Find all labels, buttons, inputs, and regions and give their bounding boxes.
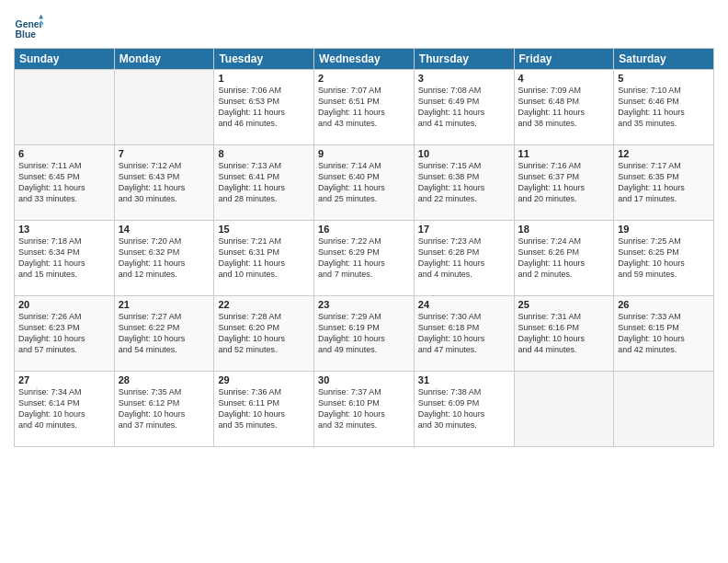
day-number: 17: [418, 224, 510, 235]
day-number: 11: [518, 148, 610, 159]
day-number: 6: [18, 148, 110, 159]
calendar-day-header: Friday: [514, 49, 614, 70]
calendar-cell: 7Sunrise: 7:12 AM Sunset: 6:43 PM Daylig…: [114, 145, 214, 221]
calendar-cell: 15Sunrise: 7:21 AM Sunset: 6:31 PM Dayli…: [214, 221, 314, 296]
cell-daylight-info: Sunrise: 7:35 AM Sunset: 6:12 PM Dayligh…: [119, 386, 210, 431]
cell-daylight-info: Sunrise: 7:20 AM Sunset: 6:32 PM Dayligh…: [119, 236, 210, 281]
cell-daylight-info: Sunrise: 7:37 AM Sunset: 6:10 PM Dayligh…: [318, 386, 410, 431]
calendar-table: SundayMondayTuesdayWednesdayThursdayFrid…: [14, 48, 714, 447]
logo-icon: General Blue: [14, 13, 43, 42]
calendar-week-row: 1Sunrise: 7:06 AM Sunset: 6:53 PM Daylig…: [15, 70, 714, 145]
calendar-cell: 11Sunrise: 7:16 AM Sunset: 6:37 PM Dayli…: [514, 145, 614, 221]
calendar-cell: 29Sunrise: 7:36 AM Sunset: 6:11 PM Dayli…: [214, 372, 314, 447]
calendar-cell: 30Sunrise: 7:37 AM Sunset: 6:10 PM Dayli…: [314, 372, 415, 447]
day-number: 12: [618, 148, 710, 159]
day-number: 13: [18, 224, 110, 235]
calendar-cell: 31Sunrise: 7:38 AM Sunset: 6:09 PM Dayli…: [414, 372, 514, 447]
calendar-cell: 4Sunrise: 7:09 AM Sunset: 6:48 PM Daylig…: [514, 70, 614, 145]
cell-daylight-info: Sunrise: 7:11 AM Sunset: 6:45 PM Dayligh…: [18, 160, 110, 205]
cell-daylight-info: Sunrise: 7:25 AM Sunset: 6:25 PM Dayligh…: [618, 236, 710, 281]
calendar-cell: 17Sunrise: 7:23 AM Sunset: 6:28 PM Dayli…: [414, 221, 514, 296]
calendar-cell: 16Sunrise: 7:22 AM Sunset: 6:29 PM Dayli…: [314, 221, 415, 296]
cell-daylight-info: Sunrise: 7:36 AM Sunset: 6:11 PM Dayligh…: [218, 386, 310, 431]
calendar-cell: 25Sunrise: 7:31 AM Sunset: 6:16 PM Dayli…: [514, 296, 614, 372]
calendar-cell: 21Sunrise: 7:27 AM Sunset: 6:22 PM Dayli…: [114, 296, 214, 372]
calendar-week-row: 20Sunrise: 7:26 AM Sunset: 6:23 PM Dayli…: [15, 296, 714, 372]
calendar-cell: 24Sunrise: 7:30 AM Sunset: 6:18 PM Dayli…: [414, 296, 514, 372]
calendar-day-header: Thursday: [414, 49, 514, 70]
day-number: 5: [618, 73, 710, 84]
day-number: 14: [119, 224, 210, 235]
calendar-cell: [114, 70, 214, 145]
calendar-cell: 23Sunrise: 7:29 AM Sunset: 6:19 PM Dayli…: [314, 296, 415, 372]
cell-daylight-info: Sunrise: 7:14 AM Sunset: 6:40 PM Dayligh…: [318, 160, 410, 205]
day-number: 31: [418, 374, 510, 385]
day-number: 26: [618, 299, 710, 310]
calendar-day-header: Sunday: [15, 49, 115, 70]
cell-daylight-info: Sunrise: 7:21 AM Sunset: 6:31 PM Dayligh…: [218, 236, 310, 281]
day-number: 24: [418, 299, 510, 310]
day-number: 15: [218, 224, 310, 235]
day-number: 2: [318, 73, 410, 84]
cell-daylight-info: Sunrise: 7:07 AM Sunset: 6:51 PM Dayligh…: [318, 85, 410, 130]
cell-daylight-info: Sunrise: 7:24 AM Sunset: 6:26 PM Dayligh…: [518, 236, 610, 281]
day-number: 21: [119, 299, 210, 310]
calendar-cell: 13Sunrise: 7:18 AM Sunset: 6:34 PM Dayli…: [15, 221, 115, 296]
calendar-cell: 19Sunrise: 7:25 AM Sunset: 6:25 PM Dayli…: [614, 221, 714, 296]
calendar-cell: 8Sunrise: 7:13 AM Sunset: 6:41 PM Daylig…: [214, 145, 314, 221]
cell-daylight-info: Sunrise: 7:26 AM Sunset: 6:23 PM Dayligh…: [18, 311, 110, 356]
calendar-cell: 6Sunrise: 7:11 AM Sunset: 6:45 PM Daylig…: [15, 145, 115, 221]
calendar-cell: 5Sunrise: 7:10 AM Sunset: 6:46 PM Daylig…: [614, 70, 714, 145]
calendar-cell: 27Sunrise: 7:34 AM Sunset: 6:14 PM Dayli…: [15, 372, 115, 447]
cell-daylight-info: Sunrise: 7:27 AM Sunset: 6:22 PM Dayligh…: [119, 311, 210, 356]
cell-daylight-info: Sunrise: 7:23 AM Sunset: 6:28 PM Dayligh…: [418, 236, 510, 281]
calendar-cell: [15, 70, 115, 145]
calendar-week-row: 13Sunrise: 7:18 AM Sunset: 6:34 PM Dayli…: [15, 221, 714, 296]
calendar-cell: 14Sunrise: 7:20 AM Sunset: 6:32 PM Dayli…: [114, 221, 214, 296]
cell-daylight-info: Sunrise: 7:17 AM Sunset: 6:35 PM Dayligh…: [618, 160, 710, 205]
calendar-cell: [514, 372, 614, 447]
day-number: 25: [518, 299, 610, 310]
calendar-week-row: 6Sunrise: 7:11 AM Sunset: 6:45 PM Daylig…: [15, 145, 714, 221]
header: General Blue: [14, 9, 714, 42]
svg-marker-2: [39, 15, 43, 19]
day-number: 8: [218, 148, 310, 159]
cell-daylight-info: Sunrise: 7:15 AM Sunset: 6:38 PM Dayligh…: [418, 160, 510, 205]
calendar-cell: 9Sunrise: 7:14 AM Sunset: 6:40 PM Daylig…: [314, 145, 415, 221]
calendar-cell: 22Sunrise: 7:28 AM Sunset: 6:20 PM Dayli…: [214, 296, 314, 372]
cell-daylight-info: Sunrise: 7:18 AM Sunset: 6:34 PM Dayligh…: [18, 236, 110, 281]
cell-daylight-info: Sunrise: 7:16 AM Sunset: 6:37 PM Dayligh…: [518, 160, 610, 205]
svg-text:General: General: [16, 19, 43, 29]
calendar-cell: 12Sunrise: 7:17 AM Sunset: 6:35 PM Dayli…: [614, 145, 714, 221]
svg-text:Blue: Blue: [16, 29, 37, 40]
day-number: 18: [518, 224, 610, 235]
calendar-week-row: 27Sunrise: 7:34 AM Sunset: 6:14 PM Dayli…: [15, 372, 714, 447]
day-number: 19: [618, 224, 710, 235]
calendar-cell: 26Sunrise: 7:33 AM Sunset: 6:15 PM Dayli…: [614, 296, 714, 372]
calendar-cell: 20Sunrise: 7:26 AM Sunset: 6:23 PM Dayli…: [15, 296, 115, 372]
day-number: 20: [18, 299, 110, 310]
cell-daylight-info: Sunrise: 7:06 AM Sunset: 6:53 PM Dayligh…: [218, 85, 310, 130]
logo: General Blue: [14, 13, 47, 42]
calendar-day-header: Saturday: [614, 49, 714, 70]
day-number: 28: [119, 374, 210, 385]
calendar-cell: [614, 372, 714, 447]
cell-daylight-info: Sunrise: 7:09 AM Sunset: 6:48 PM Dayligh…: [518, 85, 610, 130]
calendar-cell: 10Sunrise: 7:15 AM Sunset: 6:38 PM Dayli…: [414, 145, 514, 221]
calendar-cell: 2Sunrise: 7:07 AM Sunset: 6:51 PM Daylig…: [314, 70, 415, 145]
day-number: 7: [119, 148, 210, 159]
day-number: 9: [318, 148, 410, 159]
calendar-cell: 3Sunrise: 7:08 AM Sunset: 6:49 PM Daylig…: [414, 70, 514, 145]
day-number: 27: [18, 374, 110, 385]
cell-daylight-info: Sunrise: 7:13 AM Sunset: 6:41 PM Dayligh…: [218, 160, 310, 205]
cell-daylight-info: Sunrise: 7:38 AM Sunset: 6:09 PM Dayligh…: [418, 386, 510, 431]
cell-daylight-info: Sunrise: 7:33 AM Sunset: 6:15 PM Dayligh…: [618, 311, 710, 356]
cell-daylight-info: Sunrise: 7:29 AM Sunset: 6:19 PM Dayligh…: [318, 311, 410, 356]
calendar-day-header: Tuesday: [214, 49, 314, 70]
calendar-day-header: Monday: [114, 49, 214, 70]
cell-daylight-info: Sunrise: 7:34 AM Sunset: 6:14 PM Dayligh…: [18, 386, 110, 431]
cell-daylight-info: Sunrise: 7:28 AM Sunset: 6:20 PM Dayligh…: [218, 311, 310, 356]
calendar-header-row: SundayMondayTuesdayWednesdayThursdayFrid…: [15, 49, 714, 70]
day-number: 1: [218, 73, 310, 84]
cell-daylight-info: Sunrise: 7:22 AM Sunset: 6:29 PM Dayligh…: [318, 236, 410, 281]
